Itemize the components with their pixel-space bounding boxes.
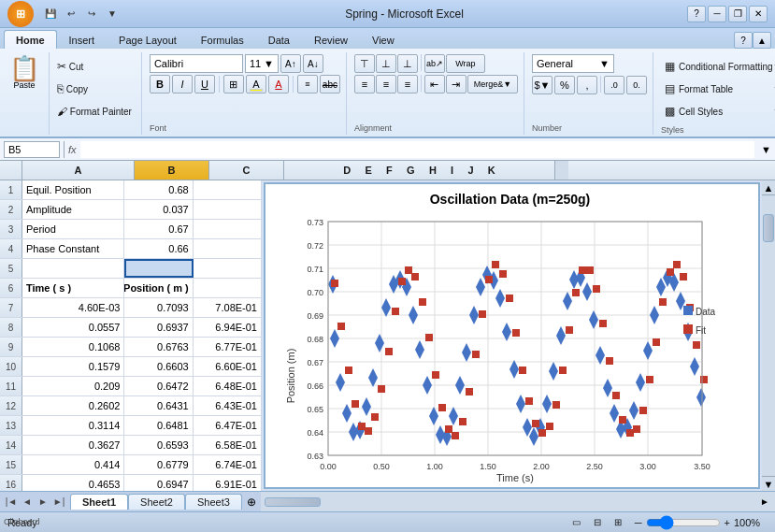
copy-button[interactable]: ⎘ Copy xyxy=(53,79,136,99)
percent-button[interactable]: % xyxy=(554,76,575,94)
format-as-table-button[interactable]: ▤ Format Table ▼ xyxy=(661,79,775,99)
decrease-font-button[interactable]: A↓ xyxy=(303,54,323,73)
cell-b11[interactable]: 0.6472 xyxy=(124,377,193,395)
tab-formulas[interactable]: Formulas xyxy=(189,30,256,49)
formula-input[interactable] xyxy=(80,141,754,158)
cell-b15[interactable]: 0.6779 xyxy=(124,455,193,474)
cell-a15[interactable]: 0.414 xyxy=(22,455,124,474)
v-scrollbar-top[interactable] xyxy=(555,161,568,180)
sheet-tab-3[interactable]: Sheet3 xyxy=(185,494,242,510)
help-button[interactable]: ? xyxy=(687,6,706,22)
wrap-text-align-button[interactable]: Wrap xyxy=(446,54,485,73)
align-bottom-button[interactable]: ⊥ xyxy=(397,54,418,73)
cell-c1[interactable] xyxy=(194,180,262,199)
cell-a3[interactable]: Period xyxy=(22,220,124,238)
text-orientation-button[interactable]: ab↗ xyxy=(424,54,445,73)
cell-b8[interactable]: 0.6937 xyxy=(124,318,193,337)
cell-c15[interactable]: 6.74E-01 xyxy=(194,455,262,474)
add-sheet-button[interactable]: ⊕ xyxy=(242,496,261,509)
paste-button[interactable]: 📋 Paste xyxy=(6,52,43,90)
h-scroll-right[interactable]: ► xyxy=(758,496,771,507)
increase-decimal-button[interactable]: .0 xyxy=(604,76,624,94)
cell-c11[interactable]: 6.48E-01 xyxy=(194,377,262,395)
save-button[interactable]: 💾 xyxy=(41,6,60,22)
cell-b12[interactable]: 0.6431 xyxy=(124,396,193,415)
cell-c4[interactable] xyxy=(194,239,262,258)
cell-c13[interactable]: 6.47E-01 xyxy=(194,416,262,435)
scroll-down-button[interactable]: ▼ xyxy=(762,476,775,491)
chart-container[interactable]: Oscillation Data (m=250g) Position (m) xyxy=(264,182,760,489)
normal-view-button[interactable]: ▭ xyxy=(567,514,586,531)
restore-button[interactable]: ❐ xyxy=(728,6,747,22)
cell-b10[interactable]: 0.6603 xyxy=(124,357,193,376)
font-color-button[interactable]: A xyxy=(268,75,289,93)
undo-button[interactable]: ↩ xyxy=(62,6,80,22)
cell-c10[interactable]: 6.60E-01 xyxy=(194,357,262,376)
cell-b7[interactable]: 0.7093 xyxy=(124,298,193,317)
col-header-c[interactable]: C xyxy=(209,161,284,180)
increase-font-button[interactable]: A↑ xyxy=(280,54,301,73)
cell-b2[interactable]: 0.037 xyxy=(124,200,193,219)
cell-b14[interactable]: 0.6593 xyxy=(124,436,193,454)
cell-b5[interactable] xyxy=(124,259,193,278)
sheet-nav-next[interactable]: ► xyxy=(36,495,50,510)
office-button[interactable]: ⊞ xyxy=(7,1,34,27)
cell-b13[interactable]: 0.6481 xyxy=(124,416,193,435)
decrease-indent-button[interactable]: ⇤ xyxy=(424,75,445,93)
cell-b1[interactable]: 0.68 xyxy=(124,180,193,199)
cell-a8[interactable]: 0.0557 xyxy=(22,318,124,337)
cell-a6[interactable]: Time ( s ) xyxy=(22,279,124,297)
cell-a11[interactable]: 0.209 xyxy=(22,377,124,395)
sheet-tab-1[interactable]: Sheet1 xyxy=(70,494,128,510)
cell-c16[interactable]: 6.91E-01 xyxy=(194,475,262,491)
cell-a14[interactable]: 0.3627 xyxy=(22,436,124,454)
conditional-formatting-button[interactable]: ▦ Conditional Formatting ▼ xyxy=(661,56,775,77)
tab-home[interactable]: Home xyxy=(4,30,57,49)
wrap-text-button[interactable]: ≡ xyxy=(297,75,318,93)
col-header-chart-span[interactable]: D E F G H I J K xyxy=(284,161,555,180)
redo-button[interactable]: ↪ xyxy=(82,6,101,22)
cell-b16[interactable]: 0.6947 xyxy=(124,475,193,491)
cell-b3[interactable]: 0.67 xyxy=(124,220,193,238)
decrease-decimal-button[interactable]: 0. xyxy=(626,76,647,94)
align-right-button[interactable]: ≡ xyxy=(397,75,418,93)
cell-c8[interactable]: 6.94E-01 xyxy=(194,318,262,337)
cell-c2[interactable] xyxy=(194,200,262,219)
tab-review[interactable]: Review xyxy=(302,30,360,49)
tab-insert[interactable]: Insert xyxy=(57,30,108,49)
cell-a7[interactable]: 4.60E-03 xyxy=(22,298,124,317)
cell-a13[interactable]: 0.3114 xyxy=(22,416,124,435)
cut-button[interactable]: ✂ Cut xyxy=(53,56,136,77)
dropdown-arrow-icon[interactable]: ▼ xyxy=(103,6,122,22)
vertical-scrollbar[interactable]: ▲ ▼ xyxy=(762,180,775,491)
tab-page-layout[interactable]: Page Layout xyxy=(107,30,189,49)
col-header-b[interactable]: B xyxy=(135,161,209,180)
close-button[interactable]: ✕ xyxy=(749,6,768,22)
page-layout-view-button[interactable]: ⊟ xyxy=(588,514,607,531)
merge-center-button[interactable]: Merge&▼ xyxy=(467,75,518,93)
ribbon-help-icon[interactable]: ? xyxy=(734,32,753,49)
cell-a9[interactable]: 0.1068 xyxy=(22,338,124,356)
tab-data[interactable]: Data xyxy=(256,30,302,49)
cell-a10[interactable]: 0.1579 xyxy=(22,357,124,376)
sheet-nav-first[interactable]: |◄ xyxy=(4,495,19,510)
currency-button[interactable]: $▼ xyxy=(532,76,553,94)
zoom-level[interactable]: 100% xyxy=(734,517,768,528)
zoom-out-button[interactable]: ─ xyxy=(635,517,642,528)
font-size-selector[interactable]: 11▼ xyxy=(245,54,279,73)
minimize-button[interactable]: ─ xyxy=(708,6,726,22)
align-middle-button[interactable]: ⊥ xyxy=(376,54,396,73)
format-painter-button[interactable]: 🖌 Format Painter xyxy=(53,101,136,122)
comma-button[interactable]: , xyxy=(577,76,597,94)
cell-c14[interactable]: 6.58E-01 xyxy=(194,436,262,454)
bold-button[interactable]: B xyxy=(150,75,170,93)
h-scrollbar[interactable]: ► xyxy=(261,492,775,511)
cell-c7[interactable]: 7.08E-01 xyxy=(194,298,262,317)
cell-c9[interactable]: 6.77E-01 xyxy=(194,338,262,356)
formula-expand-icon[interactable]: ▼ xyxy=(758,144,771,155)
col-header-a[interactable]: A xyxy=(22,161,135,180)
cell-b6[interactable]: Position ( m ) xyxy=(124,279,193,297)
italic-button[interactable]: I xyxy=(172,75,193,93)
align-top-button[interactable]: ⊤ xyxy=(354,54,375,73)
cell-c12[interactable]: 6.43E-01 xyxy=(194,396,262,415)
